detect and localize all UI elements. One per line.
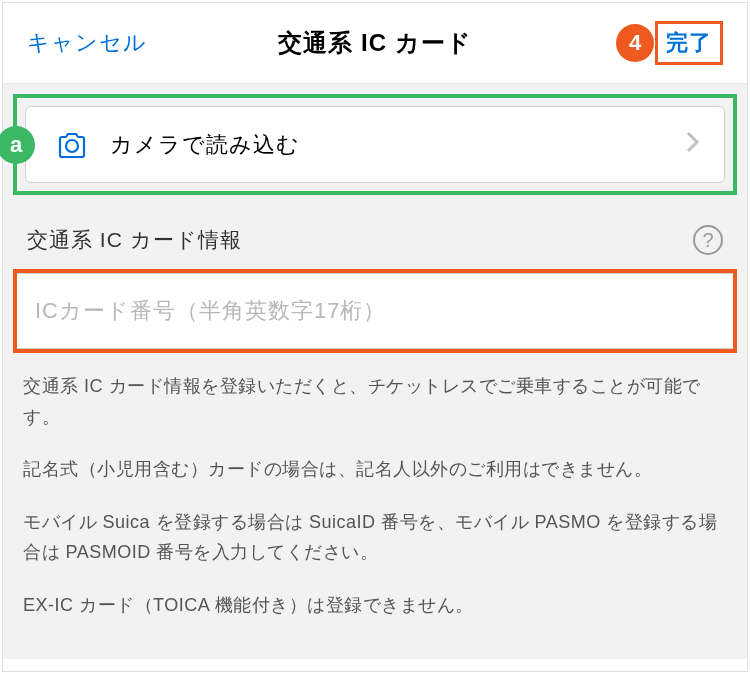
ic-card-info-section-header: 交通系 IC カード情報 ?	[3, 205, 747, 269]
description-para-3: モバイル Suica を登録する場合は SuicaID 番号を、モバイル PAS…	[23, 507, 727, 568]
svg-point-0	[66, 140, 78, 152]
description-para-1: 交通系 IC カード情報を登録いただくと、チケットレスでご乗車することが可能です…	[23, 371, 727, 432]
page-title: 交通系 IC カード	[278, 27, 471, 59]
step-badge-4: 4	[616, 24, 654, 62]
camera-highlight-box: a カメラで読み込む	[13, 94, 737, 195]
description-para-4: EX-IC カード（TOICA 機能付き）は登録できません。	[23, 590, 727, 621]
screen-container: キャンセル 交通系 IC カード 4 完了 a カメラで読み込む	[2, 2, 748, 672]
card-number-row	[17, 273, 733, 349]
help-icon[interactable]: ?	[693, 225, 723, 255]
camera-icon	[56, 131, 88, 159]
navigation-header: キャンセル 交通系 IC カード 4 完了	[3, 3, 747, 84]
input-section	[3, 269, 747, 353]
chevron-right-icon	[686, 129, 700, 160]
camera-scan-label: カメラで読み込む	[110, 130, 686, 160]
description-para-2: 記名式（小児用含む）カードの場合は、記名人以外のご利用はできません。	[23, 454, 727, 485]
content-area: a カメラで読み込む 交通系 IC カード情報 ?	[3, 84, 747, 659]
camera-section: a カメラで読み込む	[3, 84, 747, 205]
description-text: 交通系 IC カード情報を登録いただくと、チケットレスでご乗車することが可能です…	[3, 353, 747, 639]
camera-scan-row[interactable]: カメラで読み込む	[25, 106, 725, 183]
ic-card-info-title: 交通系 IC カード情報	[27, 226, 242, 254]
done-button-highlight: 4 完了	[655, 21, 723, 65]
input-highlight-box	[13, 269, 737, 353]
card-number-input[interactable]	[35, 298, 715, 324]
cancel-button[interactable]: キャンセル	[27, 28, 147, 58]
done-button[interactable]: 完了	[666, 28, 712, 58]
